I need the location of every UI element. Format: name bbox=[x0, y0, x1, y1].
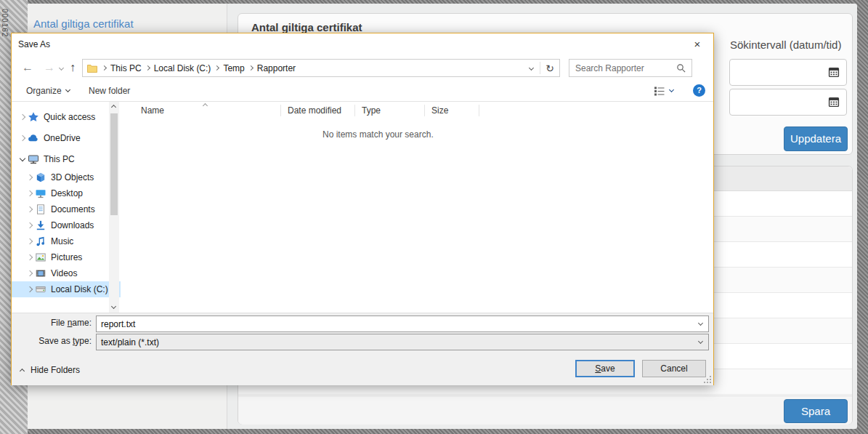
calendar-icon[interactable] bbox=[828, 66, 840, 78]
resize-grip[interactable] bbox=[703, 375, 711, 383]
folder-tree: Quick access OneDrive This PC bbox=[12, 102, 121, 313]
close-icon[interactable]: × bbox=[681, 33, 713, 55]
chevron-right-icon[interactable] bbox=[27, 238, 33, 244]
list-views-icon bbox=[654, 85, 665, 97]
dialog-titlebar[interactable]: Save As × bbox=[12, 33, 713, 55]
organize-button[interactable]: Organize bbox=[26, 86, 70, 96]
sidebar-item-pictures[interactable]: Pictures bbox=[12, 249, 121, 265]
hide-folders-button[interactable]: Hide Folders bbox=[20, 365, 80, 375]
sidebar-item-3d-objects[interactable]: 3D Objects bbox=[12, 169, 121, 185]
chevron-up-icon bbox=[20, 368, 25, 373]
picture-icon bbox=[35, 252, 46, 263]
sidebar-item-quick-access[interactable]: Quick access bbox=[12, 106, 121, 127]
star-icon bbox=[28, 111, 39, 123]
recent-locations-chevron-icon[interactable] bbox=[59, 65, 64, 71]
sidebar-item-label: This PC bbox=[44, 154, 75, 164]
column-header-date-modified[interactable]: Date modified bbox=[280, 102, 354, 119]
sidebar-item-desktop[interactable]: Desktop bbox=[12, 185, 121, 201]
results-panel-footer: Spara bbox=[238, 395, 852, 425]
sidebar-item-label: Quick access bbox=[44, 112, 95, 122]
nav-link-antal-giltiga-certifikat[interactable]: Antal giltiga certifikat bbox=[33, 17, 134, 30]
organize-label: Organize bbox=[26, 86, 62, 96]
new-folder-label: New folder bbox=[89, 86, 130, 96]
date-from-input[interactable] bbox=[729, 59, 847, 86]
sidebar-item-label: Local Disk (C:) bbox=[51, 284, 108, 294]
back-button[interactable]: ← bbox=[22, 62, 33, 73]
sidebar-item-downloads[interactable]: Downloads bbox=[12, 217, 121, 233]
chevron-right-icon[interactable] bbox=[27, 222, 33, 228]
sidebar-item-local-disk-c[interactable]: Local Disk (C:) bbox=[12, 281, 121, 297]
cancel-button[interactable]: Cancel bbox=[642, 360, 706, 377]
breadcrumb-segment[interactable]: Temp bbox=[219, 63, 248, 73]
panel-title: Antal giltiga certifikat bbox=[251, 21, 362, 33]
sidebar-item-videos[interactable]: Videos bbox=[12, 265, 121, 281]
refresh-icon[interactable]: ↻ bbox=[540, 63, 559, 74]
label-text: ype: bbox=[75, 336, 92, 346]
column-header-size[interactable]: Size bbox=[424, 102, 479, 119]
column-label: Date modified bbox=[288, 105, 341, 116]
sidebar-item-onedrive[interactable]: OneDrive bbox=[12, 127, 121, 148]
forward-button[interactable]: → bbox=[44, 62, 55, 73]
chevron-right-icon[interactable] bbox=[20, 113, 25, 119]
column-divider[interactable] bbox=[479, 105, 479, 116]
address-bar[interactable]: This PC Local Disk (C:) Temp Rapporter ↻ bbox=[82, 59, 560, 77]
sidebar-item-label: Videos bbox=[51, 268, 77, 278]
column-header-type[interactable]: Type bbox=[354, 102, 424, 119]
up-button[interactable]: ↑ bbox=[70, 62, 76, 73]
sidebar-scrollbar[interactable] bbox=[109, 102, 119, 313]
breadcrumb-segment[interactable]: This PC bbox=[106, 63, 146, 73]
label-text: File bbox=[51, 318, 68, 328]
chevron-right-icon[interactable] bbox=[27, 254, 33, 260]
update-button[interactable]: Uppdatera bbox=[784, 126, 848, 151]
search-input[interactable] bbox=[569, 63, 676, 73]
chevron-right-icon[interactable] bbox=[27, 270, 33, 276]
dialog-footer-area: File name: Save as type: text/plain (*.t… bbox=[12, 313, 713, 385]
label-text: ame: bbox=[72, 318, 92, 328]
save-as-type-value: text/plain (*.txt) bbox=[97, 337, 692, 347]
music-icon bbox=[35, 236, 46, 247]
dialog-title: Save As bbox=[18, 39, 50, 49]
save-type-dropdown-icon[interactable] bbox=[697, 339, 702, 344]
label-text: Save as bbox=[38, 336, 73, 346]
save-as-type-combobox[interactable]: text/plain (*.txt) bbox=[96, 334, 709, 350]
download-icon bbox=[35, 220, 46, 231]
sidebar-item-this-pc[interactable]: This PC bbox=[12, 148, 121, 169]
file-name-dropdown-icon[interactable] bbox=[697, 321, 702, 326]
address-dropdown-chevron-icon[interactable] bbox=[529, 65, 534, 71]
calendar-icon[interactable] bbox=[828, 96, 840, 108]
new-folder-button[interactable]: New folder bbox=[89, 86, 130, 96]
save-button[interactable]: Save bbox=[575, 360, 635, 377]
scroll-down-icon[interactable] bbox=[111, 304, 116, 309]
scroll-up-icon[interactable] bbox=[111, 105, 116, 110]
sidebar-item-documents[interactable]: Documents bbox=[12, 201, 121, 217]
scrollbar-thumb[interactable] bbox=[110, 113, 118, 215]
search-box[interactable] bbox=[569, 59, 692, 77]
sidebar-item-music[interactable]: Music bbox=[12, 233, 121, 249]
search-icon[interactable] bbox=[676, 63, 686, 73]
chevron-right-icon[interactable] bbox=[20, 134, 25, 140]
dialog-content: Quick access OneDrive This PC bbox=[12, 102, 713, 313]
chevron-down-icon[interactable] bbox=[20, 155, 25, 161]
organize-chevron-icon bbox=[65, 87, 70, 92]
sidebar-item-label: OneDrive bbox=[44, 133, 81, 143]
save-report-button[interactable]: Spara bbox=[784, 399, 848, 423]
file-name-label: File name: bbox=[12, 318, 92, 328]
folder-icon bbox=[86, 63, 98, 74]
file-name-combobox[interactable] bbox=[96, 316, 709, 332]
chevron-right-icon[interactable] bbox=[27, 286, 33, 292]
column-header-name[interactable]: Name bbox=[128, 102, 280, 119]
save-as-dialog: Save As × ← → ↑ This PC Local Disk (C:) … bbox=[11, 33, 714, 385]
breadcrumb-segment[interactable]: Rapporter bbox=[253, 63, 300, 73]
chevron-right-icon[interactable] bbox=[27, 190, 33, 196]
date-to-input[interactable] bbox=[729, 89, 847, 116]
file-name-input[interactable] bbox=[97, 319, 692, 329]
help-button[interactable]: ? bbox=[693, 84, 705, 97]
sidebar-item-label: Pictures bbox=[51, 252, 82, 262]
cloud-icon bbox=[28, 132, 39, 144]
change-view-button[interactable] bbox=[654, 85, 673, 97]
column-label: Size bbox=[431, 105, 448, 116]
breadcrumb-segment[interactable]: Local Disk (C:) bbox=[150, 63, 216, 73]
chevron-right-icon[interactable] bbox=[27, 174, 33, 180]
chevron-right-icon[interactable] bbox=[27, 206, 33, 212]
save-as-type-label: Save as type: bbox=[12, 336, 92, 346]
